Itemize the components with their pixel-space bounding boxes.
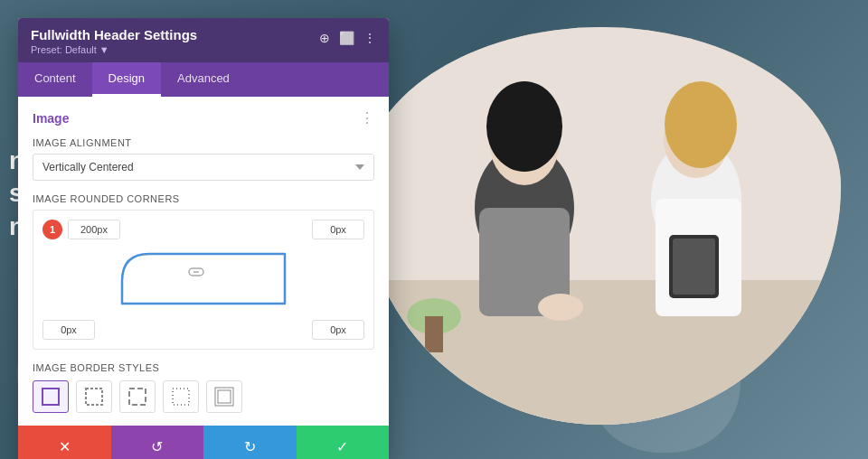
badge-1: 1 bbox=[42, 220, 62, 239]
svg-point-12 bbox=[538, 294, 583, 321]
section-title: Image bbox=[33, 111, 69, 126]
svg-rect-14 bbox=[425, 316, 443, 352]
section-dots-icon[interactable]: ⋮ bbox=[360, 109, 374, 126]
border-icons-row bbox=[33, 380, 374, 413]
corner-top-right-input[interactable] bbox=[312, 220, 364, 239]
svg-rect-22 bbox=[218, 390, 231, 403]
panel-preset[interactable]: Preset: Default ▼ bbox=[31, 44, 376, 55]
target-icon[interactable]: ⊕ bbox=[319, 31, 330, 45]
undo-button[interactable]: ↺ bbox=[111, 426, 204, 459]
svg-rect-18 bbox=[86, 389, 102, 405]
svg-rect-20 bbox=[173, 389, 189, 405]
more-icon[interactable]: ⋮ bbox=[363, 31, 376, 45]
panel-body: Image ⋮ Image Alignment Vertically Cente… bbox=[18, 97, 389, 426]
rounded-corners-label: Image Rounded Corners bbox=[33, 193, 374, 204]
svg-point-4 bbox=[486, 81, 562, 172]
panel-header: Fullwidth Header Settings Preset: Defaul… bbox=[18, 18, 389, 62]
border-dashed-large-icon[interactable] bbox=[119, 380, 156, 413]
panel-bottom-bar: ✕ ↺ ↻ ✓ bbox=[18, 426, 389, 459]
settings-panel: Fullwidth Header Settings Preset: Defaul… bbox=[18, 18, 389, 459]
svg-point-8 bbox=[665, 81, 737, 168]
rounded-corners-section: Image Rounded Corners 1 bbox=[33, 193, 374, 350]
corner-visual-container: 1 bbox=[33, 210, 374, 350]
section-header: Image ⋮ bbox=[33, 109, 374, 126]
border-styles-section: Image Border Styles bbox=[33, 362, 374, 413]
svg-rect-11 bbox=[673, 239, 715, 295]
image-alignment-label: Image Alignment bbox=[33, 137, 374, 148]
border-dashed-small-icon[interactable] bbox=[76, 380, 112, 413]
redo-button[interactable]: ↻ bbox=[203, 426, 297, 459]
corner-bottom-left-input[interactable] bbox=[42, 320, 95, 340]
save-button[interactable]: ✓ bbox=[297, 426, 390, 459]
tab-advanced[interactable]: Advanced bbox=[161, 62, 246, 97]
panel-header-icons: ⊕ ⬜ ⋮ bbox=[319, 31, 376, 45]
border-double-icon[interactable] bbox=[206, 380, 242, 413]
tab-design[interactable]: Design bbox=[92, 62, 161, 97]
cancel-button[interactable]: ✕ bbox=[18, 426, 111, 459]
border-styles-label: Image Border Styles bbox=[33, 362, 374, 373]
image-alignment-select[interactable]: Vertically Centered Top Bottom bbox=[33, 154, 374, 181]
corner-bottom-right-input[interactable] bbox=[312, 320, 364, 340]
corner-top-left-input[interactable] bbox=[68, 220, 120, 239]
panel-tabs: Content Design Advanced bbox=[18, 62, 389, 97]
border-solid-icon[interactable] bbox=[33, 380, 69, 413]
border-dotted-icon[interactable] bbox=[163, 380, 199, 413]
tab-content[interactable]: Content bbox=[18, 62, 92, 97]
svg-rect-17 bbox=[42, 389, 59, 405]
columns-icon[interactable]: ⬜ bbox=[339, 31, 354, 45]
corner-shape-svg bbox=[113, 245, 294, 313]
svg-rect-19 bbox=[129, 389, 146, 405]
